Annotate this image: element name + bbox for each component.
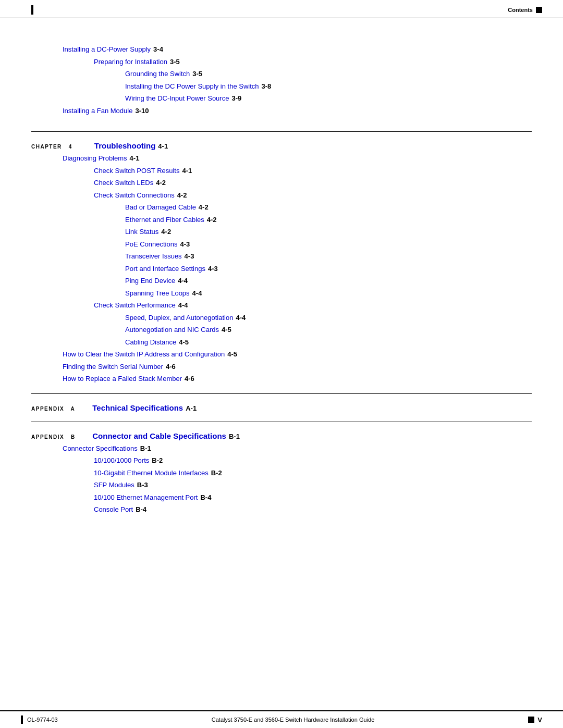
list-item: Installing the DC Power Supply in the Sw…	[31, 81, 532, 92]
appendix-a-title-link[interactable]: Technical Specifications	[92, 403, 183, 412]
toc-link[interactable]: Installing the DC Power Supply in the Sw…	[125, 81, 259, 92]
list-item: Check Switch Performance 4-4	[31, 300, 532, 311]
footer-left-bar-icon	[21, 715, 23, 724]
toc-link-check-switch-connections[interactable]: Check Switch Connections	[94, 190, 175, 201]
list-item: Installing a Fan Module 3-10	[31, 106, 532, 116]
chapter-title-link[interactable]: Troubleshooting	[94, 141, 156, 150]
toc-link[interactable]: Connector Specifications	[63, 443, 138, 454]
list-item: Ethernet and Fiber Cables 4-2	[31, 215, 532, 225]
list-item: Wiring the DC-Input Power Source 3-9	[31, 93, 532, 104]
toc-page: 4-6	[185, 374, 194, 384]
toc-link-finding-serial[interactable]: Finding the Switch Serial Number	[63, 362, 163, 372]
toc-page: B-4	[136, 504, 146, 515]
appendix-b-title-link[interactable]: Connector and Cable Specifications	[92, 431, 226, 440]
footer-guide-title: Catalyst 3750-E and 3560-E Switch Hardwa…	[212, 717, 374, 723]
toc-link-cabling-distance[interactable]: Cabling Distance	[125, 337, 176, 348]
toc-link[interactable]: 10-Gigabit Ethernet Module Interfaces	[94, 468, 209, 478]
list-item: Console Port B-4	[31, 504, 532, 515]
toc-link[interactable]: Preparing for Installation	[94, 57, 167, 67]
list-item: Preparing for Installation 3-5	[31, 57, 532, 67]
appendix-b-label: APPENDIX B	[31, 434, 89, 440]
chapter-title-page: 4-1	[158, 142, 168, 150]
toc-link-check-switch-post[interactable]: Check Switch POST Results	[94, 166, 179, 176]
toc-link[interactable]: How to Clear the Switch IP Address and C…	[63, 349, 225, 360]
toc-page: 4-4	[178, 300, 188, 311]
list-item: PoE Connections 4-3	[31, 239, 532, 250]
list-item: How to Clear the Switch IP Address and C…	[31, 349, 532, 360]
list-item: Bad or Damaged Cable 4-2	[31, 202, 532, 213]
toc-page: 4-6	[166, 362, 176, 372]
header-left-bar	[31, 5, 33, 15]
list-item: Grounding the Switch 3-5	[31, 69, 532, 79]
list-item: Transceiver Issues 4-3	[31, 251, 532, 262]
footer-page-number: V	[537, 716, 542, 724]
toc-page: 4-1	[130, 153, 140, 164]
toc-link[interactable]: Check Switch Performance	[94, 300, 176, 311]
header-square-icon	[536, 7, 542, 13]
toc-page: 3-5	[192, 69, 202, 79]
list-item: Check Switch POST Results 4-1	[31, 166, 532, 176]
footer-page-square-icon	[528, 717, 534, 723]
list-item: How to Replace a Failed Stack Member 4-6	[31, 374, 532, 384]
toc-link[interactable]: PoE Connections	[125, 239, 177, 250]
toc-link-check-switch-leds[interactable]: Check Switch LEDs	[94, 178, 153, 188]
list-item: Check Switch Connections 4-2	[31, 190, 532, 201]
toc-link[interactable]: Console Port	[94, 504, 133, 515]
toc-page: 4-4	[236, 313, 246, 323]
list-item: Ping End Device 4-4	[31, 276, 532, 286]
footer-doc-number: OL-9774-03	[27, 717, 58, 723]
chapter-4-header: CHAPTER 4 Troubleshooting 4-1	[31, 131, 532, 150]
toc-page: 4-2	[199, 202, 209, 213]
toc-link[interactable]: Link Status	[125, 227, 158, 237]
toc-page: 3-4	[153, 44, 163, 55]
page-footer: OL-9774-03 Catalyst 3750-E and 3560-E Sw…	[0, 710, 563, 728]
toc-page: 4-3	[180, 239, 190, 250]
toc-page: 4-2	[207, 215, 217, 225]
toc-link[interactable]: 10/100 Ethernet Management Port	[94, 492, 198, 503]
footer-left: OL-9774-03	[21, 715, 58, 724]
list-item: SFP Modules B-3	[31, 480, 532, 490]
toc-page: 4-2	[161, 227, 171, 237]
list-item: 10/100 Ethernet Management Port B-4	[31, 492, 532, 503]
toc-page: 3-9	[231, 93, 241, 104]
toc-link[interactable]: Wiring the DC-Input Power Source	[125, 93, 229, 104]
toc-link[interactable]: Installing a Fan Module	[63, 106, 132, 116]
header-right: Contents	[508, 7, 542, 13]
toc-link[interactable]: 10/100/1000 Ports	[94, 455, 149, 466]
toc-link[interactable]: Speed, Duplex, and Autonegotiation	[125, 313, 233, 323]
list-item: 10-Gigabit Ethernet Module Interfaces B-…	[31, 468, 532, 478]
header-left	[31, 5, 508, 15]
toc-page: 3-10	[135, 106, 149, 116]
toc-link-ping-end-device[interactable]: Ping End Device	[125, 276, 175, 286]
toc-link[interactable]: Grounding the Switch	[125, 69, 190, 79]
toc-page: B-2	[152, 455, 163, 466]
toc-link[interactable]: Spanning Tree Loops	[125, 288, 190, 299]
toc-link[interactable]: Transceiver Issues	[125, 251, 182, 262]
list-item: Diagnosing Problems 4-1	[31, 153, 532, 164]
list-item: Speed, Duplex, and Autonegotiation 4-4	[31, 313, 532, 323]
toc-link-ethernet-fiber[interactable]: Ethernet and Fiber Cables	[125, 215, 204, 225]
page-container: Contents Installing a DC-Power Supply 3-…	[0, 0, 563, 728]
toc-link[interactable]: Installing a DC-Power Supply	[63, 44, 151, 55]
toc-link-port-interface[interactable]: Port and Interface Settings	[125, 264, 205, 274]
appendix-a-page: A-1	[186, 404, 197, 412]
toc-page: 3-5	[170, 57, 180, 67]
list-item: Cabling Distance 4-5	[31, 337, 532, 348]
toc-link[interactable]: How to Replace a Failed Stack Member	[63, 374, 182, 384]
toc-link[interactable]: Bad or Damaged Cable	[125, 202, 196, 213]
chapter-label: CHAPTER 4	[31, 144, 89, 150]
list-item: Installing a DC-Power Supply 3-4	[31, 44, 532, 55]
toc-page: 4-3	[185, 251, 194, 262]
toc-link[interactable]: Diagnosing Problems	[63, 153, 127, 164]
toc-link[interactable]: SFP Modules	[94, 480, 134, 490]
list-item: Finding the Switch Serial Number 4-6	[31, 362, 532, 372]
toc-link[interactable]: Autonegotiation and NIC Cards	[125, 325, 219, 335]
contents-label: Contents	[508, 7, 533, 13]
appendix-a-header: APPENDIX A Technical Specifications A-1	[31, 393, 532, 412]
list-item: Link Status 4-2	[31, 227, 532, 237]
toc-page: 4-4	[178, 276, 188, 286]
top-toc-section: Installing a DC-Power Supply 3-4 Prepari…	[31, 34, 532, 116]
toc-page: 4-5	[222, 325, 231, 335]
footer-right: V	[528, 716, 542, 724]
toc-page: B-1	[140, 443, 151, 454]
